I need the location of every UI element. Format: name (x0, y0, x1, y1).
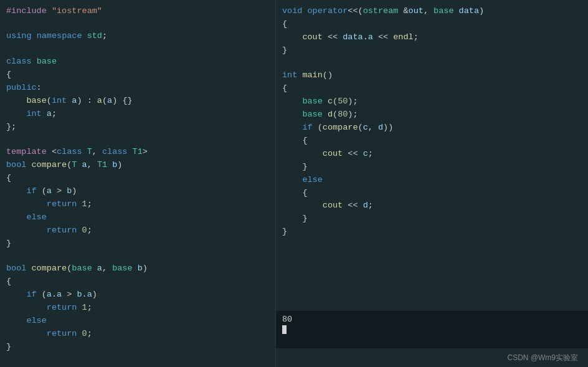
code-line: } (282, 161, 582, 174)
code-line (282, 57, 582, 70)
code-line: cout << data.a << endl; (282, 31, 582, 44)
code-line: bool compare(T a, T1 b) (6, 159, 269, 172)
code-line: base(int a) : a(a) {} (6, 95, 269, 108)
code-line: }; (6, 121, 269, 134)
output-panel: 80 (276, 311, 588, 348)
code-line: cout << c; (282, 148, 582, 161)
code-line: using namespace std; (6, 30, 269, 43)
code-line: return 0; (6, 224, 269, 237)
code-line: { (282, 187, 582, 200)
code-line: { (282, 18, 582, 31)
cursor (282, 325, 287, 334)
code-line: int main() (282, 69, 582, 82)
code-line: base d(80); (282, 108, 582, 122)
right-panel: void operator<<(ostream &out, base data)… (276, 0, 588, 367)
code-line: public: (6, 82, 269, 95)
code-line: if (a.a > b.a) (6, 288, 269, 302)
code-line (6, 18, 269, 31)
code-line: { (6, 69, 269, 82)
code-line: { (6, 275, 269, 288)
code-line: } (6, 237, 269, 250)
code-line: class base (6, 55, 269, 69)
bottom-bar: CSDN @Wm9实验室 (276, 348, 588, 367)
code-line: if (a > b) (6, 185, 269, 198)
code-line: else (6, 315, 269, 328)
left-code-editor: #include "iostream" using namespace std;… (6, 5, 269, 353)
code-line (6, 250, 269, 262)
output-line: 80 (282, 315, 582, 324)
code-line: else (6, 211, 269, 224)
code-line: #include "iostream" (6, 5, 269, 18)
code-line (6, 134, 269, 146)
code-line: return 0; (6, 328, 269, 341)
right-code-panel: void operator<<(ostream &out, base data)… (276, 0, 588, 311)
code-line: } (282, 44, 582, 57)
code-line (6, 43, 269, 55)
code-line: { (282, 135, 582, 148)
code-line: } (6, 341, 269, 354)
code-line: else (282, 174, 582, 187)
code-line: { (6, 172, 269, 185)
code-line: return 1; (6, 198, 269, 211)
code-line: return 1; (6, 302, 269, 315)
code-line: { (282, 82, 582, 95)
watermark-text: CSDN @Wm9实验室 (507, 353, 578, 363)
code-line: void operator<<(ostream &out, base data) (282, 5, 582, 18)
code-line: int a; (6, 108, 269, 121)
main-container: #include "iostream" using namespace std;… (0, 0, 588, 367)
code-line: } (282, 212, 582, 226)
code-line: template <class T, class T1> (6, 146, 269, 159)
code-line: bool compare(base a, base b) (6, 262, 269, 275)
right-code-editor: void operator<<(ostream &out, base data)… (282, 5, 582, 239)
code-line: if (compare(c, d)) (282, 122, 582, 135)
left-code-panel: #include "iostream" using namespace std;… (0, 0, 276, 367)
code-line: base c(50); (282, 95, 582, 108)
code-line: cout << d; (282, 199, 582, 212)
code-line: } (282, 226, 582, 239)
